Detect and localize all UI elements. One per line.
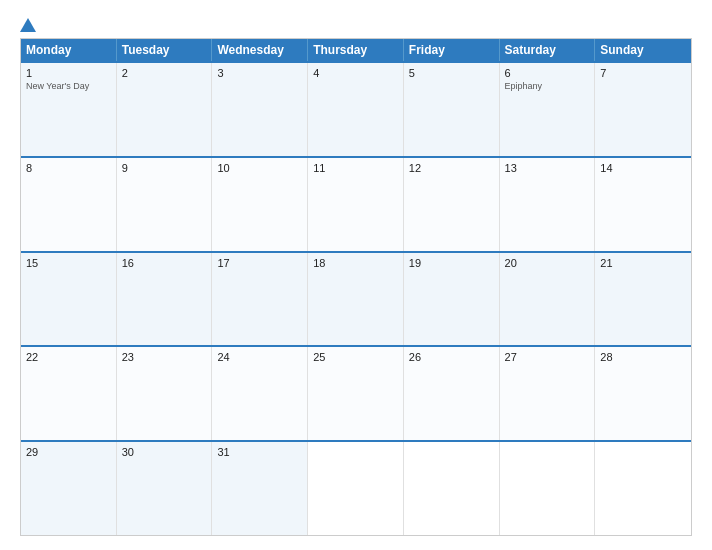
day-cell: 13 <box>500 158 596 251</box>
day-number: 9 <box>122 162 207 175</box>
day-cell: 23 <box>117 347 213 440</box>
day-cell: 30 <box>117 442 213 535</box>
week-row-5: 293031 <box>21 440 691 535</box>
day-header-thursday: Thursday <box>308 39 404 61</box>
day-number: 14 <box>600 162 686 175</box>
weeks-container: 1New Year's Day23456Epiphany789101112131… <box>21 61 691 535</box>
day-cell: 12 <box>404 158 500 251</box>
day-cell: 6Epiphany <box>500 63 596 156</box>
day-cell: 7 <box>595 63 691 156</box>
day-cell: 9 <box>117 158 213 251</box>
day-number: 29 <box>26 446 111 459</box>
day-cell <box>595 442 691 535</box>
day-number: 15 <box>26 257 111 270</box>
day-headers-row: MondayTuesdayWednesdayThursdayFridaySatu… <box>21 39 691 61</box>
day-number: 11 <box>313 162 398 175</box>
day-cell: 10 <box>212 158 308 251</box>
day-number: 16 <box>122 257 207 270</box>
day-header-monday: Monday <box>21 39 117 61</box>
day-number: 25 <box>313 351 398 364</box>
day-number: 30 <box>122 446 207 459</box>
week-row-2: 891011121314 <box>21 156 691 251</box>
day-number: 1 <box>26 67 111 80</box>
day-cell: 27 <box>500 347 596 440</box>
day-header-saturday: Saturday <box>500 39 596 61</box>
day-number: 10 <box>217 162 302 175</box>
day-number: 8 <box>26 162 111 175</box>
day-number: 5 <box>409 67 494 80</box>
day-cell: 24 <box>212 347 308 440</box>
header <box>20 18 692 32</box>
week-row-3: 15161718192021 <box>21 251 691 346</box>
day-cell: 16 <box>117 253 213 346</box>
day-header-friday: Friday <box>404 39 500 61</box>
day-cell <box>308 442 404 535</box>
day-cell: 26 <box>404 347 500 440</box>
week-row-1: 1New Year's Day23456Epiphany7 <box>21 61 691 156</box>
logo <box>20 18 40 32</box>
day-cell: 29 <box>21 442 117 535</box>
day-number: 28 <box>600 351 686 364</box>
day-cell: 1New Year's Day <box>21 63 117 156</box>
day-number: 12 <box>409 162 494 175</box>
day-cell: 19 <box>404 253 500 346</box>
day-cell: 21 <box>595 253 691 346</box>
day-header-wednesday: Wednesday <box>212 39 308 61</box>
day-number: 19 <box>409 257 494 270</box>
day-cell <box>404 442 500 535</box>
day-cell: 4 <box>308 63 404 156</box>
logo-blue-row <box>20 18 40 32</box>
day-cell: 25 <box>308 347 404 440</box>
day-number: 2 <box>122 67 207 80</box>
day-cell: 18 <box>308 253 404 346</box>
day-cell: 15 <box>21 253 117 346</box>
day-cell: 20 <box>500 253 596 346</box>
day-cell: 28 <box>595 347 691 440</box>
day-number: 22 <box>26 351 111 364</box>
day-cell: 22 <box>21 347 117 440</box>
day-number: 3 <box>217 67 302 80</box>
day-event: New Year's Day <box>26 81 111 92</box>
day-number: 31 <box>217 446 302 459</box>
calendar: MondayTuesdayWednesdayThursdayFridaySatu… <box>20 38 692 536</box>
day-number: 17 <box>217 257 302 270</box>
day-cell: 8 <box>21 158 117 251</box>
logo-triangle-icon <box>20 18 36 32</box>
day-number: 24 <box>217 351 302 364</box>
day-number: 21 <box>600 257 686 270</box>
week-row-4: 22232425262728 <box>21 345 691 440</box>
day-cell: 5 <box>404 63 500 156</box>
day-cell: 2 <box>117 63 213 156</box>
day-event: Epiphany <box>505 81 590 92</box>
day-number: 18 <box>313 257 398 270</box>
day-number: 4 <box>313 67 398 80</box>
day-number: 27 <box>505 351 590 364</box>
day-number: 26 <box>409 351 494 364</box>
day-cell: 3 <box>212 63 308 156</box>
day-number: 13 <box>505 162 590 175</box>
day-cell: 11 <box>308 158 404 251</box>
day-header-tuesday: Tuesday <box>117 39 213 61</box>
day-number: 7 <box>600 67 686 80</box>
day-header-sunday: Sunday <box>595 39 691 61</box>
day-cell: 14 <box>595 158 691 251</box>
day-cell: 17 <box>212 253 308 346</box>
day-number: 20 <box>505 257 590 270</box>
day-cell <box>500 442 596 535</box>
calendar-page: MondayTuesdayWednesdayThursdayFridaySatu… <box>0 0 712 550</box>
day-number: 6 <box>505 67 590 80</box>
day-cell: 31 <box>212 442 308 535</box>
day-number: 23 <box>122 351 207 364</box>
